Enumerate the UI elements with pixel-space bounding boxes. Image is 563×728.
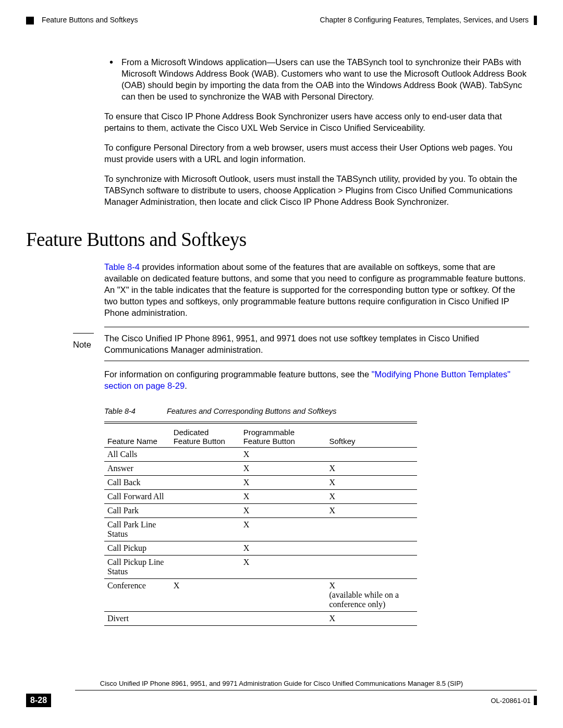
paragraph-5-pre: For information on configuring programma… — [104, 369, 372, 379]
table-row: Call BackXX — [104, 476, 417, 490]
cell-softkey: X — [326, 490, 417, 504]
footer-doc-id: OL-20861-01 — [491, 697, 531, 705]
footer-content-row: 8-28 OL-20861-01 — [26, 694, 537, 707]
table-ref-link[interactable]: Table 8-4 — [104, 262, 140, 272]
header-section-name: Feature Buttons and Softkeys — [42, 16, 320, 24]
col-softkey: Softkey — [326, 423, 417, 448]
paragraph-3: To synchronize with Microsoft Outlook, u… — [104, 173, 529, 207]
cell-softkey: X — [326, 462, 417, 476]
cell-softkey: X (available while on a conference only) — [326, 579, 417, 612]
cell-dedicated — [170, 448, 240, 462]
table-row: DivertX — [104, 612, 417, 626]
header-chapter-line: Chapter 8 Configuring Features, Template… — [320, 16, 537, 25]
cell-programmable: X — [240, 476, 326, 490]
table-row: Call Forward AllXX — [104, 490, 417, 504]
heading-feature-buttons: Feature Buttons and Softkeys — [26, 228, 529, 251]
cell-dedicated — [170, 504, 240, 518]
paragraph-5-post: . — [185, 381, 187, 390]
header-bar-icon — [534, 16, 537, 25]
cell-programmable: X — [240, 490, 326, 504]
header-chapter-text: Chapter 8 Configuring Features, Template… — [320, 16, 529, 24]
cell-softkey — [326, 448, 417, 462]
cell-feature-name: Call Forward All — [104, 490, 170, 504]
table-row: All CallsX — [104, 448, 417, 462]
cell-dedicated — [170, 462, 240, 476]
col-dedicated: Dedicated Feature Button — [170, 423, 240, 448]
note-divider — [73, 333, 94, 334]
paragraph-5: For information on configuring programma… — [104, 368, 529, 391]
cell-programmable: X — [240, 518, 326, 541]
cell-softkey: X — [326, 612, 417, 626]
table-row: Call Pickup Line StatusX — [104, 556, 417, 579]
cell-feature-name: Divert — [104, 612, 170, 626]
feature-table: Feature Name Dedicated Feature Button Pr… — [104, 422, 417, 626]
bullet-text: From a Microsoft Windows application—Use… — [121, 56, 529, 102]
content-body: • From a Microsoft Windows application—U… — [104, 56, 529, 626]
cell-feature-name: Call Park — [104, 504, 170, 518]
table-row: ConferenceXX (available while on a confe… — [104, 579, 417, 612]
col-feature-name: Feature Name — [104, 423, 170, 448]
cell-programmable — [240, 612, 326, 626]
cell-dedicated — [170, 556, 240, 579]
cell-feature-name: Conference — [104, 579, 170, 612]
page-number: 8-28 — [26, 694, 51, 707]
cell-softkey — [326, 541, 417, 556]
cell-softkey — [326, 556, 417, 579]
cell-dedicated — [170, 476, 240, 490]
cell-softkey: X — [326, 476, 417, 490]
bullet-icon: • — [109, 57, 113, 102]
paragraph-4: Table 8-4 provides information about som… — [104, 261, 529, 318]
footer-bar-icon — [534, 696, 537, 705]
cell-feature-name: Call Pickup Line Status — [104, 556, 170, 579]
table-row: AnswerXX — [104, 462, 417, 476]
page: Feature Buttons and Softkeys Chapter 8 C… — [0, 0, 563, 728]
table-row: Call ParkXX — [104, 504, 417, 518]
cell-dedicated — [170, 518, 240, 541]
table-row: Call PickupX — [104, 541, 417, 556]
cell-feature-name: Call Pickup — [104, 541, 170, 556]
cell-programmable: X — [240, 556, 326, 579]
header-marker-square — [26, 17, 34, 24]
bullet-list: • From a Microsoft Windows application—U… — [104, 56, 529, 102]
table-caption: Table 8-4 Features and Corresponding But… — [104, 407, 529, 415]
cell-dedicated — [170, 490, 240, 504]
cell-programmable — [240, 579, 326, 612]
bullet-item: • From a Microsoft Windows application—U… — [109, 56, 529, 102]
cell-feature-name: All Calls — [104, 448, 170, 462]
cell-programmable: X — [240, 462, 326, 476]
page-header: Feature Buttons and Softkeys Chapter 8 C… — [26, 16, 537, 25]
table-number: Table 8-4 — [104, 407, 136, 415]
cell-feature-name: Call Park Line Status — [104, 518, 170, 541]
cell-feature-name: Answer — [104, 462, 170, 476]
table-title: Features and Corresponding Buttons and S… — [167, 407, 337, 415]
col-programmable: Programmable Feature Button — [240, 423, 326, 448]
cell-dedicated — [170, 612, 240, 626]
note-body: The Cisco Unified IP Phone 8961, 9951, a… — [104, 327, 529, 361]
cell-programmable: X — [240, 448, 326, 462]
note-block: Note The Cisco Unified IP Phone 8961, 99… — [73, 327, 529, 361]
footer-guide-title: Cisco Unified IP Phone 8961, 9951, and 9… — [26, 680, 537, 687]
page-footer: Cisco Unified IP Phone 8961, 9951, and 9… — [26, 690, 537, 707]
table-header-row: Feature Name Dedicated Feature Button Pr… — [104, 423, 417, 448]
paragraph-2: To configure Personal Directory from a w… — [104, 142, 529, 165]
note-label: Note — [73, 340, 99, 350]
cell-softkey — [326, 518, 417, 541]
cell-programmable: X — [240, 541, 326, 556]
paragraph-1: To ensure that Cisco IP Phone Address Bo… — [104, 110, 529, 133]
table-row: Call Park Line StatusX — [104, 518, 417, 541]
cell-feature-name: Call Back — [104, 476, 170, 490]
cell-softkey: X — [326, 504, 417, 518]
cell-dedicated — [170, 541, 240, 556]
paragraph-4-text: provides information about some of the f… — [104, 262, 525, 317]
cell-programmable: X — [240, 504, 326, 518]
cell-dedicated: X — [170, 579, 240, 612]
footer-divider-line — [75, 690, 537, 690]
